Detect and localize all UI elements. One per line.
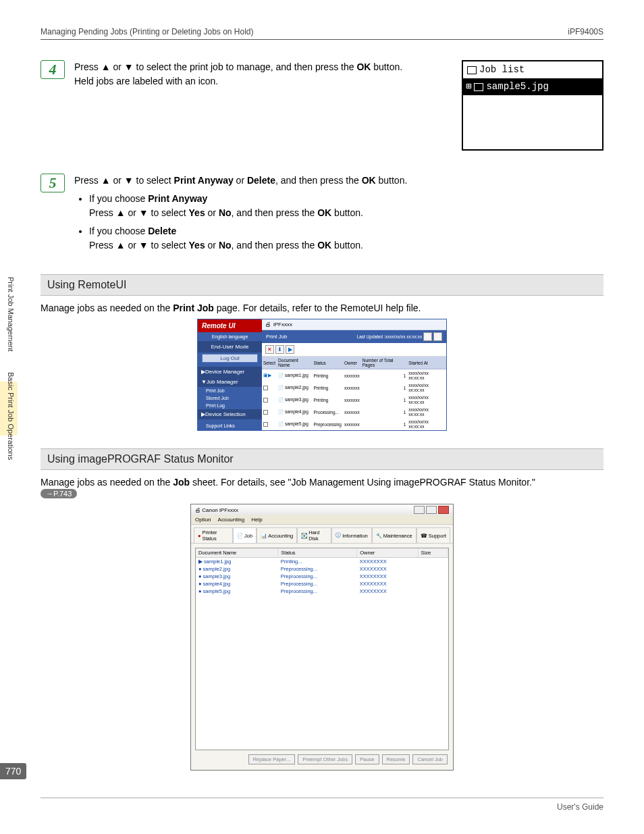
b2d: Yes	[189, 240, 205, 251]
sm-title: Canon iPFxxxx	[202, 507, 238, 513]
step-4-number: 4	[41, 60, 65, 79]
lcd-item-icon	[474, 83, 483, 91]
close-button[interactable]	[438, 506, 449, 514]
b2i: button.	[331, 240, 363, 251]
ru-col-owner: Owner	[343, 357, 361, 369]
remoteui-printer: iPFxxxx	[273, 321, 292, 328]
b1i: button.	[331, 207, 363, 218]
priority-button[interactable]: ⬇	[275, 345, 284, 354]
sm-app-icon: 🖨	[195, 507, 200, 513]
list-item[interactable]: ● sample5.jpgPreprocessing...XXXXXXXX	[196, 588, 448, 595]
ru-col-doc: Document Name	[277, 357, 312, 369]
b1h: OK	[317, 207, 331, 218]
list-item[interactable]: ▶ sample1.jpgPrinting...XXXXXXXX	[196, 558, 448, 566]
s5e: , and then press the	[275, 175, 362, 186]
sm-col-owner: Owner	[357, 548, 418, 558]
sm-btn-resume[interactable]: Resume	[382, 754, 410, 764]
step4-text-a: Press ▲ or ▼ to select the print job to …	[74, 61, 356, 72]
b2g: , and then press the	[232, 240, 318, 251]
status-monitor-window: 🖨 Canon iPFxxxx Option Accounting Help ●…	[190, 504, 454, 771]
s5d: Delete	[247, 175, 275, 186]
section-remoteui-title: Using RemoteUI	[41, 274, 603, 296]
remoteui-tab: Print Job	[266, 334, 288, 340]
b2c: Press ▲ or ▼ to select	[89, 240, 189, 251]
b1f: No	[219, 207, 232, 218]
b1b: Print Anyway	[148, 193, 207, 204]
maximize-button[interactable]	[426, 506, 437, 514]
sm-btn-pause[interactable]: Pause	[355, 754, 379, 764]
delete-button[interactable]: ✕	[265, 345, 274, 354]
b2h: OK	[317, 240, 331, 251]
sm-btn-cancel[interactable]: Cancel Job	[412, 754, 448, 764]
sm-tab-info[interactable]: ⓘInformation	[331, 527, 372, 543]
window-controls	[414, 506, 449, 514]
header-title: Managing Pending Jobs (Printing or Delet…	[41, 27, 254, 36]
remoteui-desc-c: page. For details, refer to the RemoteUI…	[214, 303, 421, 313]
sm-menu-option[interactable]: Option	[195, 517, 211, 523]
step4-text-c: button.	[371, 61, 402, 72]
table-row[interactable]: 📄 sample2.jpgPrintingxxxxxxx1xxxx/xx/xx …	[262, 382, 446, 394]
sidebar-label-1: Print Job Management	[7, 277, 15, 352]
list-item[interactable]: ● sample4.jpgPreprocessing...XXXXXXXX	[196, 580, 448, 588]
list-item[interactable]: ● sample3.jpgPreprocessing...XXXXXXXX	[196, 573, 448, 580]
step5-bullet-1: If you choose Print Anyway Press ▲ or ▼ …	[89, 192, 603, 220]
step-5-number: 5	[41, 174, 65, 192]
b2f: No	[219, 240, 232, 251]
remoteui-menu-printlog[interactable]: Print Log	[198, 402, 262, 409]
remoteui-window: Remote UI English language End-User Mode…	[197, 319, 447, 431]
play-button[interactable]: ▶	[286, 345, 294, 354]
sm-menu-accounting[interactable]: Accounting	[218, 517, 245, 523]
step4-ok: OK	[356, 61, 371, 72]
table-row[interactable]: ▣▶📄 sample1.jpgPrintingxxxxxxx1xxxx/xx/x…	[262, 369, 446, 382]
table-row[interactable]: 📄 sample4.jpgProcessing...xxxxxxx1xxxx/x…	[262, 406, 446, 418]
remoteui-updated: Last Updated :xxxx/xx/xx xx:xx:xx	[357, 334, 423, 339]
remoteui-menu-job[interactable]: ▼Job Manager	[198, 377, 262, 387]
sm-tab-support[interactable]: ☎Support	[417, 527, 450, 543]
refresh-icon[interactable]: ↻	[423, 332, 432, 341]
remoteui-menu-storedjob[interactable]: Stored Job	[198, 394, 262, 402]
remoteui-menu-support[interactable]: Support Links	[198, 419, 262, 429]
s5c: or	[234, 175, 247, 186]
minimize-button[interactable]	[414, 506, 425, 514]
step5-bullet-2: If you choose Delete Press ▲ or ▼ to sel…	[89, 224, 603, 253]
remoteui-lang[interactable]: English language	[198, 332, 262, 341]
ru-col-pages: Number of Total Pages	[361, 357, 408, 369]
sm-btn-replace[interactable]: Replace Paper...	[248, 754, 295, 764]
s5a: Press ▲ or ▼ to select	[74, 175, 174, 186]
remoteui-logout[interactable]: Log Out	[202, 354, 258, 363]
sm-desc-c: sheet. For details, see "Job Management …	[190, 477, 535, 488]
sm-tab-harddisk[interactable]: 💽Hard Disk	[297, 527, 331, 543]
footer-guide: User's Guide	[41, 798, 603, 812]
sm-desc-a: Manage jobs as needed on the	[41, 477, 173, 488]
sm-tab-printerstatus[interactable]: ●Printer Status	[194, 527, 233, 543]
remoteui-menu-device[interactable]: ▶Device Manager	[198, 367, 262, 377]
sm-tab-maint[interactable]: 🔧Maintenance	[372, 527, 417, 543]
remoteui-desc-b: Print Job	[173, 303, 214, 313]
sm-desc-b: Job	[173, 477, 190, 488]
header-model: iPF9400S	[568, 27, 603, 36]
remoteui-menu-devsel[interactable]: ▶Device Selection	[198, 409, 262, 419]
list-item[interactable]: ● sample2.jpgPreprocessing...XXXXXXXX	[196, 565, 448, 573]
remoteui-desc-a: Manage jobs as needed on the	[41, 303, 173, 313]
b2e: or	[205, 240, 219, 251]
sm-tab-accounting[interactable]: 📊Accounting	[257, 527, 297, 543]
help-icon[interactable]: ?	[433, 332, 442, 341]
table-row[interactable]: 📄 sample5.jpgPreprocessingxxxxxxx1xxxx/x…	[262, 418, 446, 430]
sm-tab-job[interactable]: 📄Job	[233, 527, 257, 543]
sm-col-status: Status	[278, 548, 357, 558]
b1g: , and then press the	[232, 207, 318, 218]
table-row[interactable]: 📄 sample3.jpgPrintingxxxxxxx1xxxx/xx/xx …	[262, 394, 446, 406]
b1c: Press ▲ or ▼ to select	[89, 207, 189, 218]
lcd-plus-icon: ⊞	[466, 80, 471, 94]
b2b: Delete	[148, 226, 176, 236]
sm-menu-help[interactable]: Help	[251, 517, 262, 523]
page-ref[interactable]: →P.743	[41, 489, 77, 498]
s5b: Print Anyway	[174, 175, 234, 186]
sm-col-size: Size	[418, 548, 448, 558]
sm-col-doc: Document Name	[196, 548, 278, 558]
sm-btn-preempt[interactable]: Preempt Other Jobs	[298, 754, 352, 764]
lcd-item: sample5.jpg	[486, 80, 548, 94]
remoteui-mode: End-User Mode	[198, 341, 262, 353]
remoteui-menu-printjob[interactable]: Print Job	[198, 387, 262, 394]
b2a: If you choose	[89, 226, 148, 236]
